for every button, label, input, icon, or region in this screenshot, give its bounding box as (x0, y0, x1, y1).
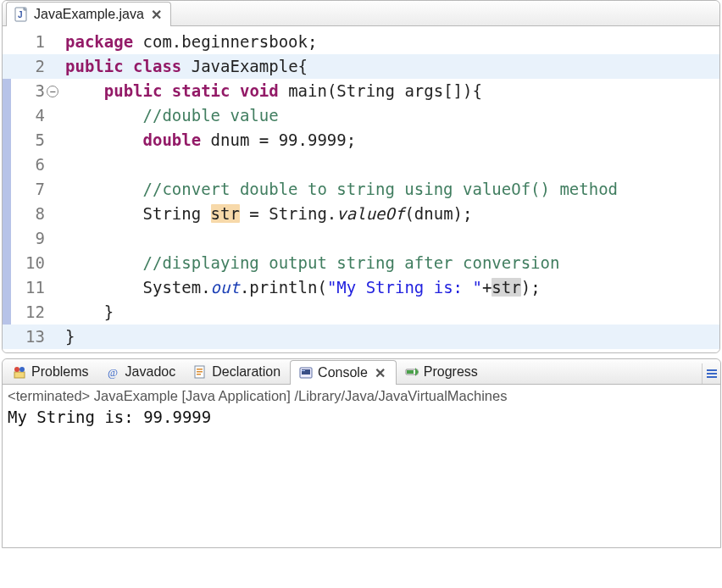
svg-rect-15 (407, 370, 414, 374)
code-line: } (50, 325, 75, 349)
view-menu-icon (705, 367, 719, 380)
close-icon[interactable]: ✕ (373, 365, 387, 381)
code-line: //convert double to string using valueOf… (50, 177, 618, 202)
code-line: package com.beginnersbook; (50, 30, 317, 54)
tab-console[interactable]: Console ✕ (290, 360, 397, 385)
code-line: double dnum = 99.9999; (50, 128, 356, 153)
progress-icon (405, 365, 419, 379)
editor-tab-javaexample[interactable]: J JavaExample.java ✕ (6, 2, 171, 26)
console-output[interactable]: My String is: 99.9999 (3, 404, 720, 430)
svg-point-5 (19, 367, 25, 372)
line-number: 3 − (3, 79, 50, 103)
code-line (50, 153, 65, 177)
tab-label: Problems (31, 364, 89, 380)
svg-text:@: @ (108, 366, 118, 379)
code-editor[interactable]: 1 package com.beginnersbook; 2 public cl… (3, 26, 719, 352)
tab-label: Progress (424, 364, 478, 380)
tab-label: Javadoc (125, 364, 176, 380)
line-number: 7 (3, 177, 50, 202)
line-number: 10 (3, 251, 50, 275)
tab-progress[interactable]: Progress (397, 359, 487, 384)
problems-icon (13, 365, 26, 379)
code-line: //displaying output string after convers… (50, 251, 559, 275)
tab-declaration[interactable]: Declaration (185, 359, 290, 384)
line-number: 6 (3, 153, 50, 177)
tab-problems[interactable]: Problems (4, 359, 98, 384)
change-marker (3, 79, 11, 103)
code-line (50, 226, 65, 251)
line-number: 13 (3, 325, 50, 349)
svg-rect-3 (14, 372, 25, 378)
svg-rect-10 (197, 374, 201, 375)
tab-label: Console (318, 365, 368, 380)
svg-rect-19 (707, 376, 717, 378)
svg-text:J: J (18, 10, 23, 19)
javadoc-icon: @ (107, 365, 120, 379)
line-number: 1 (3, 30, 50, 54)
code-line: public class JavaExample{ (50, 54, 308, 79)
tab-label: Declaration (212, 364, 280, 380)
line-number: 9 (3, 226, 50, 251)
close-icon[interactable]: ✕ (149, 7, 164, 23)
bottom-panel: Problems @ Javadoc Declaration (2, 358, 721, 548)
fold-toggle-icon[interactable]: − (47, 86, 58, 97)
tab-javadoc[interactable]: @ Javadoc (98, 359, 186, 384)
svg-rect-13 (302, 370, 305, 371)
java-file-icon: J (14, 7, 29, 22)
code-line: } (50, 300, 114, 325)
code-line: System.out.println("My String is: "+str)… (50, 275, 541, 300)
editor-tab-label: JavaExample.java (34, 7, 144, 22)
declaration-icon (193, 365, 207, 379)
bottom-tab-bar: Problems @ Javadoc Declaration (3, 359, 720, 385)
line-number: 12 (3, 300, 50, 325)
line-number: 8 (3, 202, 50, 226)
svg-rect-12 (302, 369, 310, 374)
svg-point-4 (14, 367, 19, 372)
code-line: String str = String.valueOf(dnum); (50, 202, 472, 226)
console-status: <terminated> JavaExample [Java Applicati… (3, 385, 720, 404)
line-number: 2 (3, 54, 50, 79)
svg-rect-8 (197, 369, 203, 370)
toolbar-button[interactable] (702, 363, 720, 384)
svg-rect-9 (197, 371, 203, 373)
line-number: 4 (3, 103, 50, 128)
code-line: public static void main(String args[]){ (50, 79, 482, 103)
editor-tab-bar: J JavaExample.java ✕ (3, 1, 719, 26)
svg-rect-18 (707, 373, 717, 374)
console-icon (299, 366, 313, 380)
line-number: 5 (3, 128, 50, 153)
editor-panel: J JavaExample.java ✕ 1 package com.begin… (2, 0, 720, 353)
line-number: 11 (3, 275, 50, 300)
code-line: //double value (50, 103, 279, 128)
svg-rect-17 (707, 369, 717, 371)
